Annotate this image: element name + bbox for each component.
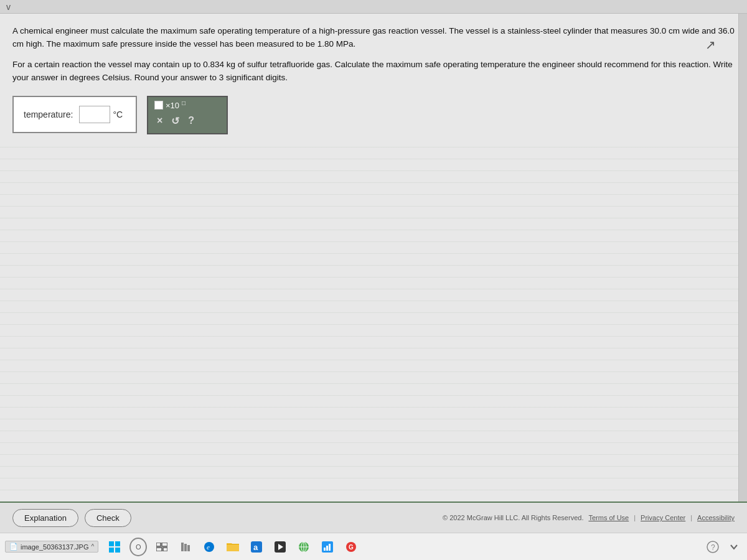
sci-undo-button[interactable]: ↺ [171, 115, 179, 127]
taskbar-icons: O e [106, 538, 360, 556]
task-view-button[interactable] [153, 538, 171, 556]
folder-button[interactable] [224, 538, 242, 556]
svg-text:a: a [253, 543, 258, 552]
cursor-icon: ↗ [705, 37, 716, 52]
unit-label: °C [113, 110, 123, 119]
bottom-action-bar: Explanation Check © 2022 McGraw Hill LLC… [0, 502, 747, 533]
taskbar-left: 📄 image_50363137.JPG ^ O [5, 538, 360, 556]
svg-rect-9 [184, 544, 187, 551]
footer-links: © 2022 McGraw Hill LLC. All Rights Reser… [443, 514, 735, 521]
sci-checkbox[interactable] [154, 101, 163, 110]
privacy-link[interactable]: Privacy Center [641, 514, 685, 521]
svg-rect-23 [324, 548, 326, 551]
copyright-text: © 2022 McGraw Hill LLC. All Rights Reser… [443, 514, 583, 521]
taskbar-arrow-icon[interactable] [726, 539, 742, 555]
svg-rect-0 [109, 541, 114, 546]
svg-rect-24 [326, 546, 328, 551]
x10-label: ×10 [166, 101, 179, 110]
main-content-area: A chemical engineer must calculate the m… [0, 14, 747, 502]
svg-rect-6 [156, 548, 162, 551]
svg-rect-2 [109, 548, 114, 553]
sci-bottom-row: × ↺ ? [154, 114, 220, 128]
app1-button[interactable] [319, 538, 336, 556]
bottom-left-buttons: Explanation Check [12, 509, 131, 527]
media-button[interactable] [271, 538, 289, 556]
search-circle: O [129, 538, 147, 556]
explanation-button[interactable]: Explanation [12, 509, 78, 527]
svg-rect-25 [329, 544, 331, 551]
accessibility-link[interactable]: Accessibility [697, 514, 735, 521]
taskbar: 📄 image_50363137.JPG ^ O [0, 533, 747, 560]
divider-2: | [690, 514, 692, 521]
svg-rect-13 [227, 544, 239, 544]
file-tag[interactable]: 📄 image_50363137.JPG ^ [5, 541, 98, 553]
svg-rect-10 [187, 545, 190, 551]
svg-text:?: ? [711, 543, 715, 552]
scientific-notation-panel: ×10 □ × ↺ ? [147, 96, 228, 134]
answer-section: temperature: °C ×10 □ × ↺ ? [12, 96, 735, 134]
exponent-indicator: □ [182, 100, 186, 106]
edge-browser-button[interactable]: e [200, 538, 218, 556]
svg-text:G: G [349, 544, 354, 551]
search-text: O [136, 543, 141, 551]
file-chevron-icon: ^ [91, 543, 94, 550]
svg-rect-4 [156, 543, 161, 546]
svg-text:e: e [207, 543, 210, 551]
a-icon-button[interactable]: a [248, 538, 265, 556]
svg-rect-5 [162, 543, 167, 546]
file-icon: 📄 [9, 543, 18, 551]
chevron-down-icon[interactable]: v [6, 2, 11, 12]
svg-rect-3 [115, 548, 120, 553]
terms-link[interactable]: Terms of Use [588, 514, 629, 521]
taskbar-right: ? [705, 539, 742, 555]
app2-button[interactable]: G [342, 538, 360, 556]
svg-rect-7 [163, 548, 167, 551]
problem-paragraph-2: For a certain reaction the vessel may co… [12, 58, 735, 85]
green-globe-button[interactable] [295, 538, 312, 556]
sci-top-row: ×10 □ [154, 101, 220, 110]
svg-rect-1 [115, 541, 120, 546]
search-button[interactable]: O [129, 538, 147, 556]
svg-rect-8 [181, 543, 184, 551]
top-chevron-bar: v [0, 0, 747, 14]
temperature-label: temperature: [24, 110, 73, 119]
windows-start-button[interactable] [106, 538, 123, 556]
divider-1: | [634, 514, 636, 521]
temperature-input-container: temperature: °C [12, 96, 137, 133]
sci-help-button[interactable]: ? [188, 115, 194, 126]
scrollbar[interactable] [738, 14, 747, 502]
sci-close-button[interactable]: × [157, 115, 162, 126]
temperature-value-input[interactable] [79, 106, 110, 123]
problem-paragraph-1: A chemical engineer must calculate the m… [12, 25, 735, 51]
background-texture [0, 138, 738, 502]
file-name: image_50363137.JPG [21, 543, 88, 551]
problem-text: A chemical engineer must calculate the m… [12, 25, 735, 85]
bars-button[interactable] [177, 538, 194, 556]
check-button[interactable]: Check [85, 509, 131, 527]
taskbar-help-icon[interactable]: ? [705, 539, 721, 555]
